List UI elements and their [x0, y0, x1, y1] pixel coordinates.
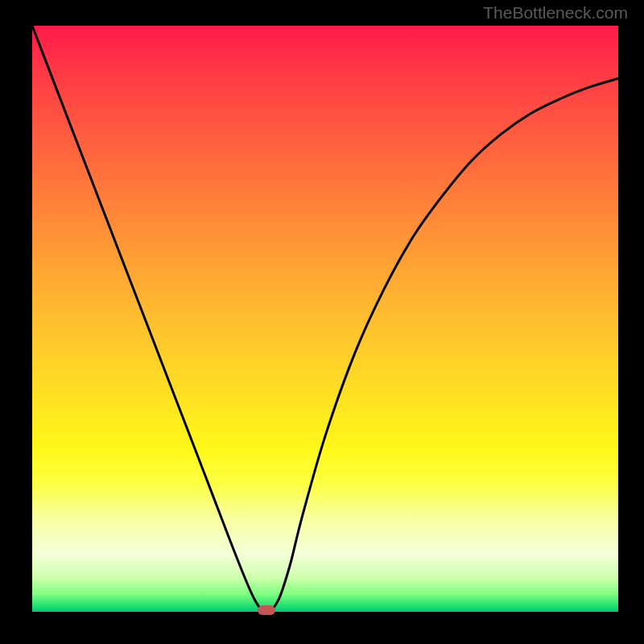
chart-svg [32, 26, 618, 612]
optimal-marker [258, 605, 275, 615]
chart-plot-area [32, 26, 618, 612]
watermark-text: TheBottleneck.com [483, 3, 628, 23]
bottleneck-curve [32, 26, 618, 612]
